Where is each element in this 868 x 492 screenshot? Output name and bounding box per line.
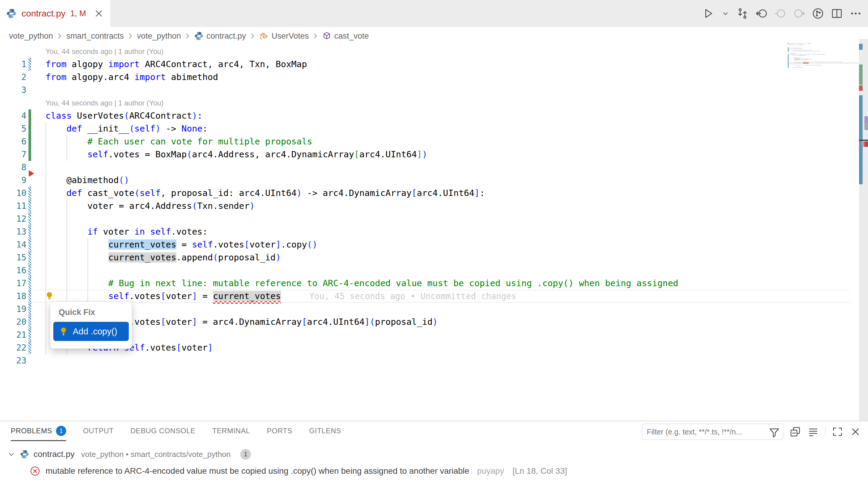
- line-number[interactable]: 14: [0, 238, 26, 251]
- code-line-12[interactable]: 12: [0, 213, 868, 225]
- code-line-2[interactable]: 2from algopy.arc4 import abimethod: [0, 71, 868, 83]
- line-number[interactable]: 2: [0, 71, 26, 83]
- code-line-13[interactable]: 13 if voter in self.votes:: [0, 225, 868, 238]
- breadcrumb-item-vote_python[interactable]: vote_python: [137, 31, 181, 41]
- panel-tab-debug-console[interactable]: DEBUG CONSOLE: [130, 421, 195, 441]
- panel-tab-gitlens[interactable]: GITLENS: [309, 421, 341, 441]
- code-text[interactable]: # Bug in next line: mutable reference to…: [46, 277, 679, 290]
- code-editor[interactable]: You, 44 seconds ago | 1 author (You)1fro…: [0, 45, 868, 421]
- breadcrumb-label: smart_contracts: [66, 31, 124, 41]
- line-number[interactable]: 15: [0, 251, 26, 264]
- editor-tab-contract-py[interactable]: contract.py 1, M: [0, 0, 110, 27]
- line-number[interactable]: 23: [0, 354, 26, 367]
- minimap[interactable]: from algopy import ARC4Contract, arc4, T…: [788, 42, 859, 115]
- code-text[interactable]: def __init__(self) -> None:: [46, 122, 208, 135]
- code-text[interactable]: current_votes.append(proposal_id): [46, 251, 281, 264]
- line-number[interactable]: 6: [0, 135, 26, 148]
- class-symbol-icon: [259, 31, 269, 41]
- code-line-10[interactable]: 10 def cast_vote(self, proposal_id: arc4…: [0, 187, 868, 200]
- run-dropdown-chevron-icon[interactable]: [721, 9, 730, 18]
- breadcrumb-item-contract.py[interactable]: contract.py: [194, 31, 246, 41]
- problems-filter-input[interactable]: [642, 424, 783, 440]
- code-line-9[interactable]: 9 @abimethod(): [0, 174, 868, 187]
- line-number[interactable]: 20: [0, 316, 26, 328]
- code-text[interactable]: self.votes[voter] = current_votesYou, 45…: [46, 290, 516, 303]
- python-file-icon: [6, 8, 17, 19]
- code-text[interactable]: self.votes = BoxMap(arc4.Address, arc4.D…: [46, 148, 427, 161]
- code-text[interactable]: if voter in self.votes:: [46, 225, 208, 238]
- code-text[interactable]: class UserVotes(ARC4Contract):: [46, 109, 202, 122]
- code-line-5[interactable]: 5 def __init__(self) -> None:: [0, 122, 868, 135]
- line-number[interactable]: 21: [0, 328, 26, 341]
- problems-error-row[interactable]: mutable reference to ARC-4-encoded value…: [29, 463, 567, 479]
- line-number[interactable]: 11: [0, 200, 26, 213]
- chevron-down-icon[interactable]: [7, 450, 16, 459]
- line-number[interactable]: 9: [0, 174, 26, 187]
- code-line-6[interactable]: 6 # Each user can vote for multiple prop…: [0, 135, 868, 148]
- code-line-3[interactable]: 3: [0, 83, 868, 97]
- close-tab-icon[interactable]: [94, 8, 104, 19]
- view-as-table-icon[interactable]: [789, 426, 801, 438]
- code-text[interactable]: # Each user can vote for multiple propos…: [46, 135, 312, 148]
- git-gutter-modified-decoration: [28, 187, 31, 200]
- panel-tab-ports[interactable]: PORTS: [267, 421, 292, 441]
- code-line-23[interactable]: 23: [0, 354, 868, 367]
- line-number[interactable]: 13: [0, 225, 26, 238]
- breadcrumb-item-vote_python[interactable]: vote_python: [9, 31, 53, 41]
- line-number[interactable]: 4: [0, 109, 26, 122]
- compare-changes-icon[interactable]: [736, 7, 749, 20]
- line-number[interactable]: 8: [0, 161, 26, 174]
- code-line-8[interactable]: 8: [0, 161, 868, 174]
- gitlens-graph-icon[interactable]: [812, 7, 824, 20]
- run-icon[interactable]: [702, 7, 715, 20]
- code-line-4[interactable]: 4class UserVotes(ARC4Contract):: [0, 109, 868, 122]
- maximize-panel-icon[interactable]: [832, 426, 843, 438]
- gitlens-annotation[interactable]: You, 44 seconds ago | 1 author (You): [0, 45, 868, 58]
- line-number[interactable]: 12: [0, 213, 26, 225]
- split-editor-icon[interactable]: [831, 7, 843, 20]
- code-text[interactable]: def cast_vote(self, proposal_id: arc4.UI…: [46, 187, 485, 200]
- code-line-7[interactable]: 7 self.votes = BoxMap(arc4.Address, arc4…: [0, 148, 868, 161]
- code-line-18[interactable]: 18 self.votes[voter] = current_votesYou,…: [0, 290, 868, 303]
- navigate-back-icon[interactable]: [755, 7, 768, 20]
- breadcrumb-item-cast_vote[interactable]: cast_vote: [322, 31, 369, 41]
- line-number[interactable]: 7: [0, 148, 26, 161]
- line-number[interactable]: 5: [0, 122, 26, 135]
- collapse-all-icon[interactable]: [807, 426, 819, 438]
- quick-fix-action[interactable]: Add .copy(): [53, 322, 129, 341]
- bottom-panel: PROBLEMS1OUTPUTDEBUG CONSOLETERMINALPORT…: [0, 421, 868, 492]
- code-text[interactable]: @abimethod(): [46, 174, 129, 187]
- panel-tab-terminal[interactable]: TERMINAL: [212, 421, 250, 441]
- line-number[interactable]: 3: [0, 83, 26, 97]
- close-panel-icon[interactable]: [849, 426, 861, 438]
- gitlens-annotation[interactable]: You, 44 seconds ago | 1 author (You): [0, 97, 868, 109]
- panel-tab-problems[interactable]: PROBLEMS1: [11, 421, 66, 441]
- line-number[interactable]: 18: [0, 290, 26, 303]
- line-number[interactable]: 1: [0, 58, 26, 71]
- panel-tab-label: OUTPUT: [83, 427, 113, 435]
- code-line-17[interactable]: 17 # Bug in next line: mutable reference…: [0, 277, 868, 290]
- code-line-16[interactable]: 16: [0, 264, 868, 277]
- line-number[interactable]: 10: [0, 187, 26, 200]
- code-line-14[interactable]: 14 current_votes = self.votes[voter].cop…: [0, 238, 868, 251]
- line-number[interactable]: 22: [0, 341, 26, 354]
- code-text[interactable]: voter = arc4.Address(Txn.sender): [46, 200, 255, 213]
- ruler-highlight-mark: [864, 116, 868, 123]
- breadcrumb-item-UserVotes[interactable]: UserVotes: [259, 31, 309, 41]
- tab-problem-modified-decoration: 1, M: [70, 9, 86, 18]
- navigate-next-icon[interactable]: [793, 7, 806, 20]
- line-number[interactable]: 17: [0, 277, 26, 290]
- line-number[interactable]: 19: [0, 303, 26, 316]
- code-text[interactable]: from algopy import ARC4Contract, arc4, T…: [46, 58, 307, 71]
- code-text[interactable]: from algopy.arc4 import abimethod: [46, 71, 218, 83]
- code-line-15[interactable]: 15 current_votes.append(proposal_id): [0, 251, 868, 264]
- more-actions-icon[interactable]: [849, 7, 862, 20]
- code-line-1[interactable]: 1from algopy import ARC4Contract, arc4, …: [0, 58, 868, 71]
- breadcrumb-item-smart_contracts[interactable]: smart_contracts: [66, 31, 124, 41]
- panel-tab-output[interactable]: OUTPUT: [83, 421, 113, 441]
- problems-file-row[interactable]: contract.py vote_python • smart_contract…: [7, 446, 251, 463]
- code-line-11[interactable]: 11 voter = arc4.Address(Txn.sender): [0, 200, 868, 213]
- navigate-previous-icon[interactable]: [774, 7, 787, 20]
- code-text[interactable]: current_votes = self.votes[voter].copy(): [46, 238, 317, 251]
- line-number[interactable]: 16: [0, 264, 26, 277]
